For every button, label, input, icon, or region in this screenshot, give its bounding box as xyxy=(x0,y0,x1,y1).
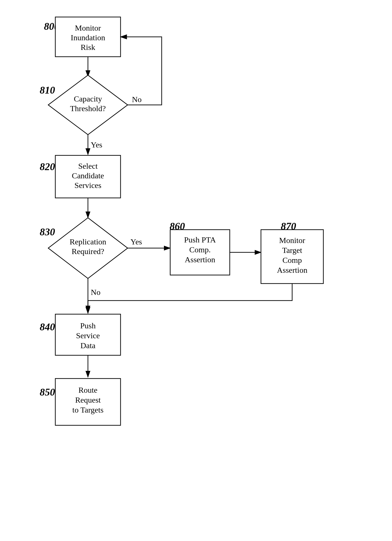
step-label-840: 840 xyxy=(40,321,55,333)
label-no-810: No xyxy=(132,95,142,104)
node-push-service-label3: Data xyxy=(81,341,96,350)
node-replication-required-label1: Replication xyxy=(69,237,106,246)
node-monitor-inundation-label2: Inundation xyxy=(71,33,105,42)
label-no-830: No xyxy=(91,288,100,297)
node-monitor-target-label4: Assertion xyxy=(277,266,307,274)
node-monitor-target-label1: Monitor xyxy=(279,236,305,245)
arrow-870-no xyxy=(88,284,292,312)
node-push-pta-label3: Assertion xyxy=(185,255,215,264)
node-push-pta-label2: Comp. xyxy=(189,245,210,254)
node-route-request-label3: to Targets xyxy=(72,405,104,414)
node-capacity-threshold-label2: Threshold? xyxy=(70,104,106,113)
label-yes-830: Yes xyxy=(130,237,142,246)
label-yes-810: Yes xyxy=(91,140,102,149)
step-label-850: 850 xyxy=(40,386,55,398)
node-push-pta-label1: Push PTA xyxy=(184,235,216,244)
node-monitor-target-label3: Comp xyxy=(283,256,302,265)
step-label-820: 820 xyxy=(40,161,55,172)
node-select-candidate-label3: Services xyxy=(75,181,102,190)
arrow-810-no xyxy=(121,37,162,105)
step-label-830: 830 xyxy=(40,226,55,238)
node-replication-required-label2: Required? xyxy=(71,247,104,256)
step-label-810: 810 xyxy=(40,84,55,96)
node-monitor-inundation-label3: Risk xyxy=(81,43,95,52)
node-route-request-label1: Route xyxy=(79,386,98,394)
node-select-candidate-label2: Candidate xyxy=(72,171,104,180)
node-push-service-label2: Service xyxy=(76,331,100,340)
flowchart-svg: 800 Monitor Inundation Risk 810 Capacity… xyxy=(0,0,392,541)
node-capacity-threshold-label1: Capacity xyxy=(74,94,102,103)
node-monitor-target-label2: Target xyxy=(282,246,302,255)
node-route-request-label2: Request xyxy=(75,396,101,404)
diagram-container: 800 Monitor Inundation Risk 810 Capacity… xyxy=(0,0,392,541)
node-push-service-label1: Push xyxy=(80,321,96,330)
node-monitor-inundation-label: Monitor xyxy=(75,24,101,32)
node-select-candidate-label1: Select xyxy=(78,162,98,170)
